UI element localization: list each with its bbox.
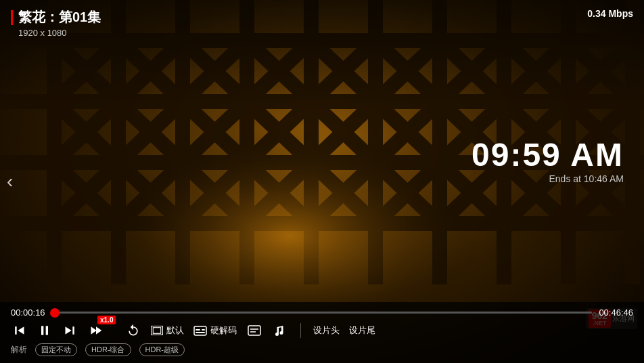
player-controls-area: 00:00:16 00:46:46 xyxy=(0,302,644,363)
svg-marker-77 xyxy=(91,326,97,335)
set-end-label: 设片尾 xyxy=(349,324,375,337)
tag-item-0[interactable]: 固定不动 xyxy=(35,343,77,356)
svg-rect-73 xyxy=(41,326,43,335)
audio-button[interactable] xyxy=(272,324,288,337)
speed-badge[interactable]: x1.0 xyxy=(97,316,116,324)
subtitle-button[interactable]: 硬解码 xyxy=(193,324,237,337)
title-line: 繁花：第01集 xyxy=(11,8,101,26)
svg-rect-82 xyxy=(202,329,205,330)
clock-ends-label: Ends at 10:46 AM xyxy=(472,173,624,184)
set-start-label: 设片头 xyxy=(313,324,340,337)
skip-to-start-button[interactable] xyxy=(11,324,27,337)
red-bar-accent xyxy=(11,10,13,25)
svg-rect-83 xyxy=(196,332,205,333)
bitrate-display: 0.34 Mbps xyxy=(587,8,633,19)
skip-to-end-button[interactable] xyxy=(62,324,78,337)
svg-marker-72 xyxy=(18,326,24,335)
set-end-button[interactable]: 设片尾 xyxy=(349,324,375,337)
replay-button[interactable] xyxy=(125,324,141,337)
tag-section-label: 解析 xyxy=(11,344,27,356)
svg-rect-84 xyxy=(248,326,260,335)
aspect-ratio-button[interactable]: 默认 xyxy=(151,324,184,337)
svg-rect-81 xyxy=(196,329,200,330)
clock-time: 09:59 AM xyxy=(472,135,624,173)
svg-rect-80 xyxy=(194,326,206,335)
prev-episode-button[interactable]: ‹ xyxy=(7,171,13,192)
svg-rect-71 xyxy=(15,326,17,335)
svg-marker-78 xyxy=(96,326,101,335)
subtitle-label: 硬解码 xyxy=(210,324,237,337)
svg-rect-75 xyxy=(72,326,74,335)
clock-block: 09:59 AM Ends at 10:46 AM xyxy=(472,135,624,184)
progress-bar-track[interactable] xyxy=(52,312,593,314)
top-bar: 繁花：第01集 1920 x 1080 0.34 Mbps xyxy=(0,0,644,46)
svg-rect-79 xyxy=(154,328,161,334)
tag-item-2[interactable]: HDR-超级 xyxy=(139,343,185,356)
current-time: 00:00:16 xyxy=(11,307,45,318)
svg-rect-74 xyxy=(46,326,48,335)
video-resolution: 1920 x 1080 xyxy=(18,28,101,38)
tag-item-1[interactable]: HDR-综合 xyxy=(85,343,131,356)
pause-button[interactable] xyxy=(37,324,53,337)
controls-row: x1.0 默认 硬解码 xyxy=(11,323,633,338)
tag-row: 解析 固定不动 HDR-综合 HDR-超级 xyxy=(11,343,633,356)
progress-thumb[interactable] xyxy=(50,308,60,318)
set-start-button[interactable]: 设片头 xyxy=(313,324,340,337)
fast-forward-button[interactable] xyxy=(88,324,104,337)
aspect-ratio-label: 默认 xyxy=(166,324,184,337)
caption-button[interactable] xyxy=(246,325,262,336)
controls-divider xyxy=(300,323,301,338)
svg-marker-76 xyxy=(66,326,72,335)
title-block: 繁花：第01集 1920 x 1080 xyxy=(11,8,101,38)
fast-forward-group[interactable]: x1.0 xyxy=(88,324,116,337)
video-title: 繁花：第01集 xyxy=(18,8,101,26)
total-time: 00:46:46 xyxy=(599,307,633,318)
